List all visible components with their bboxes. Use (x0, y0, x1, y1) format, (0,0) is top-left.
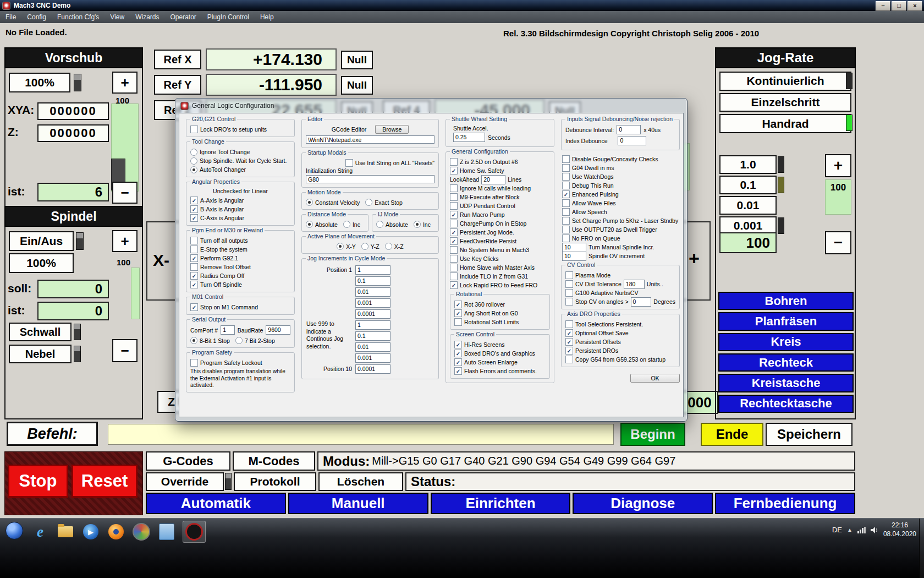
checkbox-z-is-2-5d-on-output-6[interactable] (450, 158, 458, 166)
shuttle-accel-input[interactable]: 0.25 (453, 133, 485, 142)
menu-item-help[interactable]: Help (255, 12, 279, 23)
checkbox-ignore-m-calls-while-loading[interactable] (450, 184, 458, 192)
feed-plus-button[interactable]: + (112, 72, 138, 94)
reset-button[interactable]: Reset (72, 465, 138, 498)
protokoll-button[interactable]: Protokoll (234, 472, 316, 491)
radio-autotool-changer[interactable] (190, 166, 197, 173)
befehl-input[interactable] (108, 424, 614, 445)
radio-ignore-tool-change[interactable] (190, 149, 197, 156)
jog-increment-input-5[interactable]: 0.0001 (355, 309, 391, 319)
debounce-interval-input[interactable]: 0 (617, 125, 641, 134)
comport-input[interactable]: 1 (221, 325, 234, 335)
checkbox-feedoverride-persist[interactable]: ✓ (450, 237, 458, 245)
ref-y-button[interactable]: Ref Y (154, 75, 201, 95)
baudrate-input[interactable]: 9600 (266, 325, 290, 335)
checkbox-home-slave-with-master-axis[interactable] (450, 264, 458, 271)
jog-step-1-0[interactable]: 1.0 (719, 155, 777, 174)
checkbox-allow-speech[interactable] (562, 208, 570, 216)
cycle-kreis[interactable]: Kreis (718, 333, 854, 351)
checkbox-row-enhanced-pulsing[interactable]: ✓Enhanced Pulsing (562, 190, 680, 199)
radio-row-7-bit-2-stop[interactable]: 7 Bit 2-Stop (235, 336, 275, 345)
text-input-turn-manual-spindle-incr[interactable]: 10 (562, 243, 586, 252)
text-input-cv-dist-tolerance[interactable]: 180 (624, 280, 645, 289)
checkbox-debug-this-run[interactable] (562, 182, 570, 189)
spindle-slider[interactable] (76, 232, 84, 250)
mcodes-button[interactable]: M-Codes (233, 451, 315, 471)
checkbox-row-use-init-string-on-all-resets[interactable]: Use Init String on ALL "Resets" (345, 159, 435, 167)
radio-x-y[interactable] (337, 243, 344, 250)
jog-mode-kontinuierlich[interactable]: Kontinuierlich (719, 72, 851, 91)
radio-absolute[interactable] (376, 221, 383, 228)
checkbox-use-watchdogs[interactable] (562, 173, 570, 181)
checkbox-row-z-is-2-5d-on-output-6[interactable]: Z is 2.5D on Output #6 (450, 157, 550, 166)
checkbox-rotational-soft-limits[interactable] (454, 318, 462, 326)
minimize-button[interactable]: – (876, 1, 890, 11)
checkbox-perform-g92-1[interactable]: ✓ (190, 254, 198, 262)
checkbox-row-rotational-soft-limits[interactable]: Rotational Soft Limits (454, 318, 546, 326)
checkbox-lock-rapid-fro-to-feed-fro[interactable]: ✓ (450, 281, 458, 289)
speichern-button[interactable]: Speichern (766, 423, 853, 446)
nebel-button[interactable]: Nebel (9, 345, 72, 363)
jog-step-0-1[interactable]: 0.1 (719, 176, 777, 194)
checkbox-turn-off-all-outputs[interactable] (190, 237, 198, 244)
radio-row-exact-stop[interactable]: Exact Stop (365, 198, 403, 206)
jog-increment-input-6[interactable]: 1 (355, 320, 391, 330)
checkbox-row-no-system-menu-in-mach3[interactable]: No System Menu in Mach3 (450, 246, 550, 254)
checkbox-row-g100-adaptive-nurbscv[interactable]: G100 Adaptive NurbsCV (565, 288, 675, 297)
checkbox-rot-360-rollover[interactable]: ✓ (454, 301, 462, 308)
show-desktop-button[interactable] (919, 519, 924, 578)
cycle-kreistasche[interactable]: Kreistasche (718, 374, 854, 392)
ende-button[interactable]: Ende (701, 423, 763, 446)
cycle-planfr-sen[interactable]: Planfräsen (718, 312, 854, 330)
checkbox-row-remove-tool-offset[interactable]: Remove Tool Offset (190, 263, 290, 271)
loeschen-button[interactable]: Löschen (318, 472, 403, 491)
checkbox-row-persistent-offsets[interactable]: ✓Persistent Offsets (565, 337, 675, 346)
radio-row-inc[interactable]: Inc (414, 220, 431, 228)
jog-step-0-01[interactable]: 0.01 (719, 196, 777, 215)
checkbox-stop-cv-on-angles[interactable] (565, 298, 573, 306)
checkbox-plasma-mode[interactable] (565, 271, 573, 279)
feed-percent-button[interactable]: 100% (9, 73, 70, 92)
clock[interactable]: 22:16 08.04.2020 (883, 521, 916, 538)
checkbox-row-home-sw-safety[interactable]: ✓Home Sw. Safety (450, 166, 550, 175)
checkbox-row-rot-360-rollover[interactable]: ✓Rot 360 rollover (454, 300, 546, 309)
index-debounce-input[interactable]: 0 (618, 136, 646, 145)
spindle-plus-button[interactable]: + (112, 230, 138, 252)
firefox-icon[interactable] (107, 522, 125, 541)
checkbox-use-init-string-on-all-resets[interactable] (345, 159, 353, 167)
menu-item-function-cfg-s[interactable]: Function Cfg's (52, 12, 105, 23)
text-input-stop-cv-on-angles[interactable]: 0 (631, 297, 652, 307)
checkbox-no-system-menu-in-mach3[interactable] (450, 246, 458, 254)
checkbox-m9-execute-after-block[interactable] (450, 193, 458, 201)
checkbox-row-lock-rapid-fro-to-feed-fro[interactable]: ✓Lock Rapid FRO to Feed FRO (450, 281, 550, 290)
stop-button[interactable]: Stop (8, 465, 68, 498)
nav-einrichten[interactable]: Einrichten (431, 493, 571, 514)
document-app-icon[interactable] (157, 522, 176, 541)
language-indicator[interactable]: DE (832, 526, 842, 534)
checkbox-row-use-watchdogs[interactable]: Use WatchDogs (562, 172, 680, 181)
checkbox-row-persistent-jog-mode[interactable]: ✓Persistent Jog Mode. (450, 228, 550, 237)
radio-absolute[interactable] (306, 221, 313, 228)
checkbox-row-plasma-mode[interactable]: Plasma Mode (565, 271, 675, 280)
checkbox-row-copy-g54-from-g59-253-on-startup[interactable]: Copy G54 from G59.253 on startup (565, 355, 675, 364)
checkbox-row-m9-execute-after-block[interactable]: M9-Execute after Block (450, 193, 550, 201)
checkbox-row-allow-wave-files[interactable]: Allow Wave Files (562, 199, 680, 208)
z-dro[interactable]: 000000 (37, 124, 109, 142)
radio-row-x-y[interactable]: X-Y (337, 242, 356, 250)
gcode-editor-path-input[interactable]: \WinNT\Notepad.exe (306, 135, 435, 144)
checkbox-ang-short-rot-on-g0[interactable]: ✓ (454, 309, 462, 317)
checkbox-cv-dist-tolerance[interactable] (565, 280, 573, 288)
explorer-folder-icon[interactable] (56, 522, 75, 541)
jog-minus-button[interactable]: − (825, 231, 851, 254)
checkbox-turn-off-spindle[interactable]: ✓ (190, 281, 198, 288)
nebel-indicator[interactable] (74, 346, 81, 362)
override-indicator[interactable] (225, 473, 232, 490)
radio-row-absolute[interactable]: Absolute (306, 220, 338, 228)
checkbox-row-c-axis-is-angular[interactable]: ✓C-Axis is Angular (190, 214, 290, 222)
nav-fernbedienung[interactable]: Fernbedienung (715, 493, 855, 514)
radio-inc[interactable] (414, 221, 421, 228)
checkbox-row-radius-comp-off[interactable]: ✓Radius Comp Off (190, 271, 290, 280)
checkbox-b-axis-is-angular[interactable]: ✓ (190, 205, 198, 213)
checkbox-program-safety-lockout[interactable] (190, 359, 198, 367)
checkbox-boxed-dro-s-and-graphics[interactable]: ✓ (454, 350, 462, 357)
